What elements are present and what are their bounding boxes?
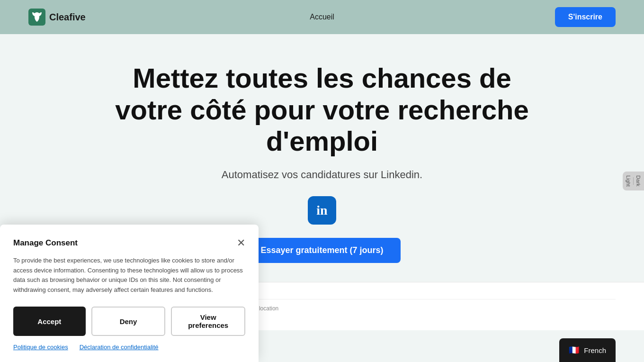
linkedin-icon-text: in (316, 203, 327, 218)
header: Cleafive Accueil S'inscrire (0, 0, 644, 34)
cookie-banner: Manage Consent ✕ To provide the best exp… (0, 225, 259, 330)
accept-button[interactable]: Accept (13, 307, 86, 330)
cookie-close-button[interactable]: ✕ (237, 238, 245, 248)
logo-text: Cleafive (49, 12, 86, 23)
linkedin-icon: in (308, 196, 336, 225)
cookie-buttons: Accept Deny View preferences (13, 307, 245, 330)
hero-subtitle: Automatisez vos candidatures sur Linkedi… (9, 169, 635, 181)
logo-area: Cleafive (28, 9, 86, 26)
view-preferences-button[interactable]: View preferences (171, 307, 245, 330)
logo-icon (28, 9, 45, 26)
cookie-header: Manage Consent ✕ (13, 238, 245, 248)
cookie-body-text: To provide the best experiences, we use … (13, 256, 245, 295)
light-label: Light (626, 175, 631, 187)
theme-toggle[interactable]: Dark Light (623, 172, 644, 190)
dark-label: Dark (635, 175, 641, 186)
deny-button[interactable]: Deny (91, 307, 166, 330)
cta-button[interactable]: Essayer gratuitement (7 jours) (243, 238, 400, 263)
cookie-title: Manage Consent (13, 238, 78, 248)
nav-accueil[interactable]: Accueil (310, 13, 334, 21)
hero-title: Mettez toutes les chances de votre côté … (109, 63, 535, 157)
main-nav: Accueil (310, 13, 334, 21)
signup-button[interactable]: S'inscrire (555, 7, 616, 27)
